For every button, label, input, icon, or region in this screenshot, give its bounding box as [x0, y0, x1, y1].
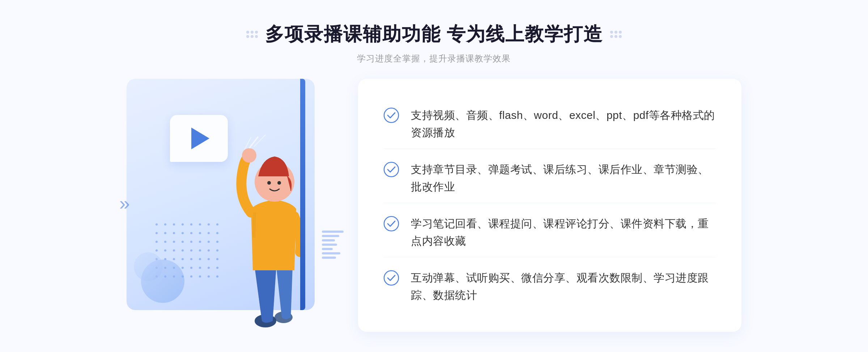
feature-item-4: 互动弹幕、试听购买、微信分享、观看次数限制、学习进度跟踪、数据统计 — [383, 262, 716, 311]
svg-point-10 — [384, 162, 399, 177]
content-area: » 支持视频、音频、flash、word、excel、ppt、pdf等各种格式的… — [127, 79, 741, 332]
feature-text-4: 互动弹幕、试听购买、微信分享、观看次数限制、学习进度跟踪、数据统计 — [411, 269, 716, 304]
deco-circle-2 — [134, 252, 163, 281]
svg-point-11 — [384, 216, 399, 231]
header-section: 多项录播课辅助功能 专为线上教学打造 学习进度全掌握，提升录播课教学效果 — [246, 0, 622, 64]
feature-text-3: 学习笔记回看、课程提问、课程评论打分、课件资料下载，重点内容收藏 — [411, 215, 716, 250]
page-container: 多项录播课辅助功能 专为线上教学打造 学习进度全掌握，提升录播课教学效果 — [0, 0, 868, 352]
check-icon-1 — [383, 107, 399, 123]
feature-text-1: 支持视频、音频、flash、word、excel、ppt、pdf等各种格式的资源… — [411, 107, 716, 141]
play-triangle — [191, 128, 209, 149]
blue-accent-bar — [300, 79, 305, 310]
feature-item-3: 学习笔记回看、课程提问、课程评论打分、课件资料下载，重点内容收藏 — [383, 208, 716, 257]
feature-item-1: 支持视频、音频、flash、word、excel、ppt、pdf等各种格式的资源… — [383, 99, 716, 149]
chevron-left-decoration: » — [119, 193, 130, 214]
subtitle: 学习进度全掌握，提升录播课教学效果 — [246, 53, 622, 64]
illustration-container: » — [127, 79, 373, 332]
title-row: 多项录播课辅助功能 专为线上教学打造 — [246, 22, 622, 47]
check-icon-3 — [383, 216, 399, 232]
svg-point-2 — [242, 148, 256, 163]
svg-point-9 — [384, 108, 399, 123]
person-figure — [215, 129, 331, 332]
title-dots-left — [246, 31, 258, 38]
svg-point-4 — [267, 181, 271, 185]
svg-point-12 — [384, 271, 399, 285]
main-title: 多项录播课辅助功能 专为线上教学打造 — [265, 22, 603, 47]
feature-item-2: 支持章节目录、弹题考试、课后练习、课后作业、章节测验、批改作业 — [383, 154, 716, 203]
features-panel: 支持视频、音频、flash、word、excel、ppt、pdf等各种格式的资源… — [358, 79, 741, 332]
svg-point-5 — [277, 181, 281, 185]
title-dots-right — [610, 31, 622, 38]
check-icon-4 — [383, 270, 399, 286]
check-icon-2 — [383, 162, 399, 177]
feature-text-2: 支持章节目录、弹题考试、课后练习、课后作业、章节测验、批改作业 — [411, 161, 716, 196]
